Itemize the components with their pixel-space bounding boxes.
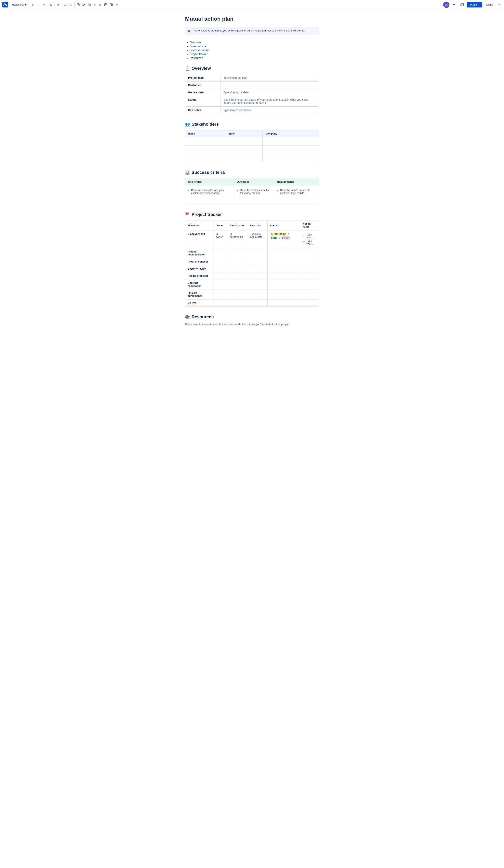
overview-section: 📋 Overview Project lead@ mention the lea…	[185, 66, 319, 114]
status-cell	[268, 258, 300, 265]
page-title: Mutual action plan	[185, 16, 319, 22]
due-date-cell	[248, 299, 268, 307]
italic-button[interactable]: I	[35, 2, 41, 8]
text-color-button[interactable]: A	[55, 2, 61, 8]
table-row: Security review	[185, 265, 319, 272]
status-cell	[268, 289, 300, 299]
template-button[interactable]	[459, 2, 465, 8]
toc-link[interactable]: Overview	[190, 41, 201, 44]
overview-label: Call notes	[185, 106, 221, 114]
table-cell: Describe the challenges your customer is…	[185, 185, 234, 198]
table-header-row: ChallengesOutcomesRequirements	[185, 178, 319, 185]
table-row: Discovery call@ owner@ participantsType …	[185, 230, 319, 248]
align-button[interactable]	[48, 2, 53, 8]
column-header: Requirements	[274, 178, 319, 185]
info-banner: ■ This template is brought to you by Rec…	[185, 27, 319, 35]
toc-link[interactable]: Project tracker	[190, 52, 208, 56]
milestone-cell: Go live	[185, 299, 213, 307]
overview-value: @ mention the lead	[221, 74, 319, 82]
overview-table: Project lead@ mention the leadCustomer G…	[185, 74, 319, 114]
owner-cell	[213, 289, 228, 299]
project-tracker-section: 🚩 Project tracker MilestoneOwnerParticip…	[185, 212, 319, 307]
status-cell	[268, 299, 300, 307]
status-cell	[268, 248, 300, 258]
overview-label: Project lead	[185, 74, 221, 82]
action-item-text: Type your ...	[306, 239, 316, 245]
stakeholders-section: 👥 Stakeholders NameRoleCompany	[185, 122, 319, 162]
toc-link[interactable]: Stakeholders	[190, 45, 206, 48]
table-of-contents: OverviewStakeholdersSuccess criteriaProj…	[185, 41, 319, 60]
task-button[interactable]	[75, 2, 81, 8]
resources-emoji: 📚	[185, 314, 190, 319]
heading-label: Heading 2	[12, 3, 24, 6]
divider-1	[29, 2, 29, 7]
table-cell	[263, 145, 319, 154]
more-options-button[interactable]: ···	[497, 2, 502, 8]
publish-button[interactable]: Publish	[467, 2, 482, 8]
bold-button[interactable]: B	[30, 2, 35, 8]
insert-button[interactable]: +	[114, 2, 120, 8]
table-cell: Describe what's needed to achieve those …	[274, 185, 319, 198]
table-row: Go live dateType // to add a date	[185, 89, 319, 96]
table-cell	[185, 198, 234, 204]
toc-link[interactable]: Resources	[190, 56, 203, 60]
overview-emoji: 📋	[185, 66, 190, 71]
success-emoji: 📊	[185, 170, 190, 175]
image-button[interactable]	[87, 2, 92, 8]
numbered-list-button[interactable]: 1.2.3.	[68, 2, 74, 8]
status-cell	[268, 272, 300, 279]
table-header-row: NameRoleCompany	[185, 130, 319, 137]
owner-cell: @ owner	[213, 230, 228, 248]
table-row: Go live	[185, 299, 319, 307]
toc-item: Success criteria	[190, 49, 319, 52]
table-cell	[226, 137, 263, 145]
column-header: Action items	[300, 220, 319, 230]
participants-cell	[228, 272, 248, 279]
due-date-cell	[248, 258, 268, 265]
link-button[interactable]	[81, 2, 87, 8]
bullet-list-button[interactable]	[63, 2, 68, 8]
tracker-table: MilestoneOwnerParticipantsDue dateStatus…	[185, 220, 319, 307]
status-badge-in-progress: IN PROGRESS	[270, 232, 287, 236]
milestone-cell: Proof of concept	[185, 258, 213, 265]
action-item-checkbox[interactable]	[303, 241, 305, 244]
svg-rect-22	[110, 3, 111, 6]
user-avatar[interactable]: CK	[443, 2, 450, 8]
table-row	[185, 137, 319, 145]
mention-button[interactable]: @	[92, 2, 98, 8]
owner-cell	[213, 279, 228, 289]
overview-label: Go live date	[185, 89, 221, 96]
column-header: Participants	[228, 220, 248, 230]
status-slash-2: /	[279, 237, 280, 239]
table-cell	[185, 145, 226, 154]
table-row: Product demonstration	[185, 248, 319, 258]
emoji-button[interactable]: ☺	[98, 2, 103, 8]
column-header: Status	[268, 220, 300, 230]
table-row: Project lead@ mention the lead	[185, 74, 319, 82]
svg-point-4	[64, 4, 64, 4]
table-cell	[226, 145, 263, 154]
table-cell	[263, 154, 319, 162]
layout-button[interactable]	[109, 2, 114, 8]
close-button[interactable]: Close	[484, 2, 495, 8]
add-collaborator-button[interactable]: +	[451, 2, 457, 8]
owner-cell	[213, 299, 228, 307]
project-tracker-heading: 🚩 Project tracker	[185, 212, 319, 217]
toolbar: Heading 2 ▾ B I ··· A 1.2.3. @ ☺ + CK +	[0, 0, 504, 9]
banner-text: This template is brought to you by Recap…	[192, 29, 305, 32]
toc-link[interactable]: Success criteria	[190, 49, 209, 52]
table-row	[185, 145, 319, 154]
action-item-checkbox[interactable]	[303, 235, 305, 237]
participants-cell	[228, 299, 248, 307]
column-header: Owner	[213, 220, 228, 230]
more-text-button[interactable]: ···	[41, 2, 46, 8]
heading-dropdown[interactable]: Heading 2 ▾	[10, 2, 28, 7]
action-items-cell	[300, 279, 319, 289]
table-row: Describe the challenges your customer is…	[185, 185, 319, 198]
table-cell	[274, 198, 319, 204]
table-button[interactable]	[103, 2, 109, 8]
participants-cell	[228, 258, 248, 265]
milestone-cell: Product demonstration	[185, 248, 213, 258]
divider-2	[47, 2, 47, 7]
tracker-emoji: 🚩	[185, 212, 190, 217]
